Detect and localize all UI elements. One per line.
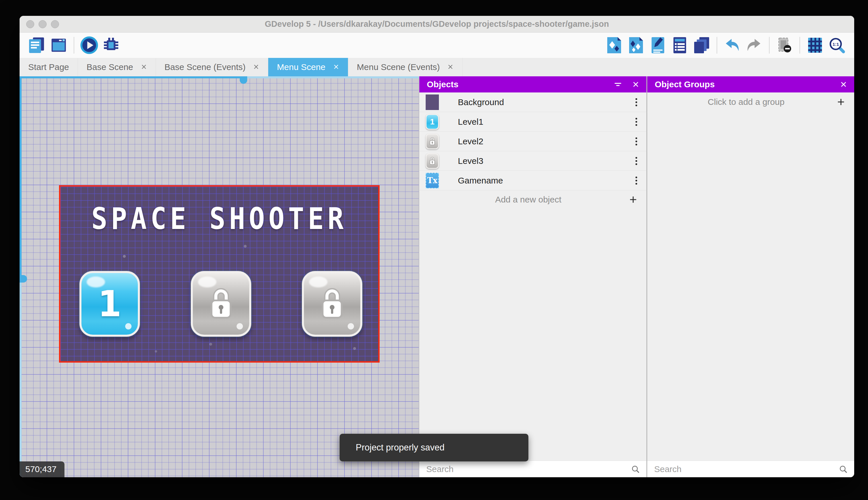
cursor-coordinates-badge: 570;437: [20, 462, 64, 477]
toolbar-separator: [74, 37, 74, 54]
zoom-1-1-icon[interactable]: 1:1: [828, 36, 846, 54]
text-object-thumbnail: Tx: [426, 173, 439, 189]
object-name: Background: [458, 97, 633, 107]
object-menu-icon[interactable]: [633, 116, 640, 128]
tab-label: Base Scene: [86, 62, 133, 72]
tab-start-page[interactable]: Start Page: [20, 58, 78, 76]
properties-icon[interactable]: [649, 36, 667, 54]
object-row-background[interactable]: Background: [419, 92, 646, 112]
object-groups-panel-title: Object Groups: [655, 79, 830, 89]
tab-label: Base Scene (Events): [165, 62, 246, 72]
svg-text:1:1: 1:1: [833, 42, 839, 47]
desktop: GDevelop 5 - /Users/dkarakay/Documents/G…: [0, 0, 868, 500]
close-icon[interactable]: [141, 62, 147, 72]
object-name: Level2: [458, 137, 633, 146]
horizontal-scrollbar-thumb[interactable]: [240, 76, 247, 84]
vertical-scrollbar[interactable]: [20, 76, 22, 477]
scene-background-object[interactable]: SPACE SHOOTER 1: [59, 185, 379, 363]
add-group-label: Click to add a group: [656, 97, 836, 107]
project-manager-icon[interactable]: [28, 36, 46, 54]
instances-list-icon[interactable]: [671, 36, 689, 54]
objects-search-input[interactable]: [426, 464, 631, 474]
object-menu-icon[interactable]: [633, 155, 640, 167]
tab-menu-scene[interactable]: Menu Scene: [268, 58, 348, 76]
close-icon[interactable]: [253, 62, 259, 72]
objects-panel-header: Objects: [419, 76, 646, 92]
object-groups-icon[interactable]: [627, 36, 645, 54]
plus-icon: [836, 97, 846, 106]
tab-base-scene[interactable]: Base Scene: [78, 58, 156, 76]
debug-icon[interactable]: [102, 36, 120, 54]
tab-label: Start Page: [28, 62, 69, 72]
objects-editor-icon[interactable]: [605, 36, 623, 54]
toolbar-separator: [717, 37, 717, 54]
level-button-thumbnail: 1: [426, 114, 439, 129]
save-toast: Project properly saved: [340, 434, 528, 462]
filter-icon[interactable]: [613, 80, 622, 89]
mask-toggle-icon[interactable]: [776, 36, 794, 54]
toolbar-separator: [769, 37, 770, 54]
toolbar-separator: [799, 37, 800, 54]
object-name: Gamename: [458, 176, 633, 185]
vertical-scrollbar-thumb[interactable]: [20, 275, 27, 283]
main-toolbar: 1:1: [20, 33, 854, 58]
start-page-window-icon[interactable]: [50, 36, 68, 54]
tab-base-scene-events[interactable]: Base Scene (Events): [156, 58, 269, 76]
objects-search-bar: [419, 461, 646, 477]
add-new-object-button[interactable]: Add a new object: [419, 190, 646, 209]
background-thumbnail: [426, 94, 439, 110]
level3-button-object[interactable]: [302, 271, 362, 337]
groups-search-bar: [647, 461, 854, 477]
layers-icon[interactable]: [693, 36, 711, 54]
objects-panel-title: Objects: [427, 79, 604, 89]
object-menu-icon[interactable]: [633, 136, 640, 147]
object-row-level3[interactable]: Level3: [419, 151, 646, 171]
close-icon[interactable]: [333, 62, 339, 72]
locked-button-thumbnail: [426, 134, 439, 149]
object-groups-panel: Object Groups Click to add a group: [647, 76, 854, 477]
object-row-gamename[interactable]: Tx Gamename: [419, 171, 646, 190]
play-icon[interactable]: [80, 36, 98, 54]
tab-label: Menu Scene (Events): [357, 62, 440, 72]
add-group-button[interactable]: Click to add a group: [647, 92, 854, 112]
search-icon: [631, 465, 640, 474]
groups-panel-empty-area: [647, 112, 854, 461]
redo-icon[interactable]: [745, 36, 763, 54]
object-name: Level3: [458, 156, 633, 166]
scene-canvas[interactable]: SPACE SHOOTER 1 570;437: [20, 76, 419, 477]
level-buttons-row: 1: [80, 271, 362, 337]
grid-toggle-icon[interactable]: [806, 36, 824, 54]
gdevelop-window: GDevelop 5 - /Users/dkarakay/Documents/G…: [20, 16, 854, 477]
level1-button-object[interactable]: 1: [80, 271, 140, 337]
add-new-object-label: Add a new object: [428, 195, 629, 204]
object-name: Level1: [458, 117, 633, 127]
tab-label: Menu Scene: [277, 62, 325, 72]
level1-number: 1: [98, 283, 121, 325]
search-icon: [838, 465, 848, 474]
object-row-level2[interactable]: Level2: [419, 132, 646, 151]
lock-icon: [207, 287, 235, 321]
editor-content: SPACE SHOOTER 1 570;437: [20, 76, 854, 477]
objects-panel: Objects Background 1 Level1: [419, 76, 646, 477]
close-icon[interactable]: [632, 81, 640, 88]
object-row-level1[interactable]: 1 Level1: [419, 112, 646, 132]
game-title-text-object[interactable]: SPACE SHOOTER: [60, 202, 378, 236]
undo-icon[interactable]: [723, 36, 741, 54]
object-groups-panel-header: Object Groups: [647, 76, 854, 92]
object-menu-icon[interactable]: [633, 96, 640, 108]
lock-icon: [318, 287, 346, 321]
objects-panel-empty-area: [419, 209, 646, 461]
close-icon[interactable]: [447, 62, 454, 72]
tab-bar: Start Page Base Scene Base Scene (Events…: [20, 58, 854, 76]
plus-icon: [629, 195, 638, 204]
horizontal-scrollbar[interactable]: [20, 76, 419, 78]
groups-search-input[interactable]: [654, 464, 838, 474]
title-bar: GDevelop 5 - /Users/dkarakay/Documents/G…: [20, 16, 854, 33]
object-menu-icon[interactable]: [633, 175, 640, 186]
locked-button-thumbnail: [426, 153, 439, 169]
scene-stars: [60, 186, 62, 188]
tab-menu-scene-events[interactable]: Menu Scene (Events): [348, 58, 462, 76]
toast-message: Project properly saved: [356, 442, 444, 453]
level2-button-object[interactable]: [191, 271, 251, 337]
close-icon[interactable]: [840, 81, 847, 88]
